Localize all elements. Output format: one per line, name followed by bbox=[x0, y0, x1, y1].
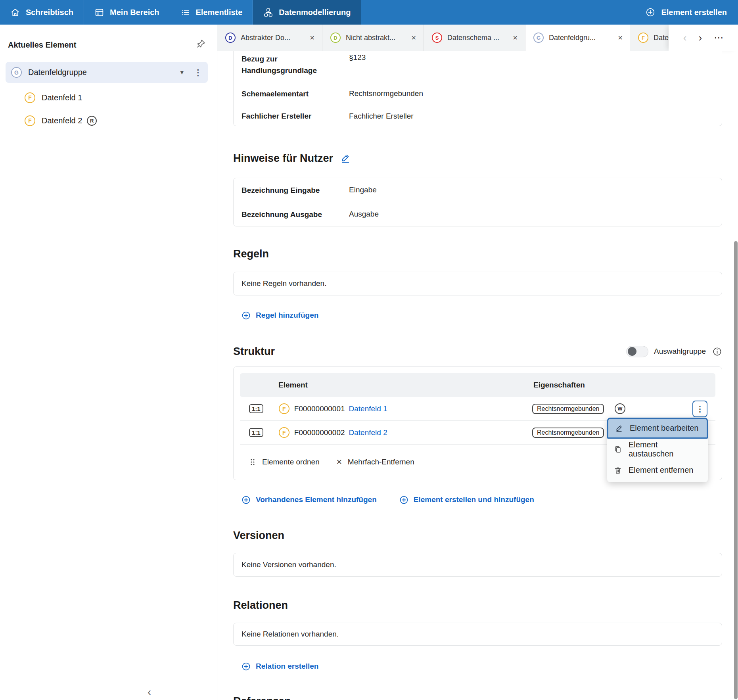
sidebar-item-datenfeld-1[interactable]: F Datenfeld 1 bbox=[0, 86, 217, 109]
element-erstellen-button[interactable]: Element erstellen bbox=[634, 0, 738, 25]
kebab-menu-icon[interactable]: ⋮ bbox=[194, 68, 202, 77]
auswahlgruppe-toggle[interactable] bbox=[626, 346, 648, 357]
detail-row: Bezug zur Handlungsgrundlage §123 bbox=[234, 51, 722, 81]
sidebar-item-label: Datenfeld 1 bbox=[42, 93, 82, 102]
top-navigation: Schreibtisch Mein Bereich Elementliste D… bbox=[0, 0, 738, 25]
chevron-down-icon[interactable]: ▾ bbox=[180, 68, 184, 77]
section-title-referenzen: Referenzen bbox=[233, 694, 291, 700]
sidebar-item-label: Datenfeld 2 bbox=[42, 116, 82, 125]
tab-scroll-left-icon[interactable]: ‹ bbox=[683, 33, 687, 43]
r-status-badge: R bbox=[87, 116, 97, 126]
info-icon[interactable] bbox=[712, 347, 722, 357]
field-letter-icon: F bbox=[25, 115, 35, 126]
stammdaten-box: Bezug zur Handlungsgrundlage §123 Schema… bbox=[233, 51, 722, 126]
detail-row: Bezeichnung Ausgabe Ausgabe bbox=[234, 202, 722, 226]
sidebar-item-datenfeld-2[interactable]: F Datenfeld 2 R bbox=[0, 109, 217, 132]
drag-handle-icon bbox=[249, 458, 257, 466]
menu-item-label: Element entfernen bbox=[629, 466, 693, 475]
table-header: Element Eigenschaften bbox=[240, 373, 715, 397]
tab-label: Abstrakter Do... bbox=[241, 34, 290, 42]
tab-scroll-right-icon[interactable]: › bbox=[699, 33, 702, 43]
detail-label: Schemaelementart bbox=[242, 88, 349, 100]
nav-spacer bbox=[361, 0, 634, 25]
desk-icon bbox=[94, 8, 104, 17]
cardinality-badge: 1:1 bbox=[249, 404, 263, 413]
element-name-link[interactable]: Datenfeld 1 bbox=[349, 405, 387, 413]
detail-content: Bezug zur Handlungsgrundlage §123 Schema… bbox=[217, 51, 738, 700]
row-actions-kebab-button[interactable]: ⋮ bbox=[692, 401, 707, 417]
sidebar-item-label: Datenfeldgruppe bbox=[28, 68, 87, 77]
sidebar-item-datenfeldgruppe[interactable]: G Datenfeldgruppe ▾ ⋮ bbox=[6, 62, 208, 83]
section-title-versionen: Versionen bbox=[233, 529, 284, 542]
vertical-scrollbar[interactable] bbox=[734, 241, 738, 699]
detail-value: Eingabe bbox=[349, 186, 377, 194]
sidebar-collapse-icon[interactable]: ‹ bbox=[148, 686, 151, 698]
relation-erstellen-link[interactable]: Relation erstellen bbox=[241, 662, 318, 671]
sitemap-icon bbox=[263, 8, 273, 17]
table-row: 1:1 F F00000000001 Datenfeld 1 Rechtsnor… bbox=[240, 397, 715, 421]
tab-bar: D Abstrakter Do... ✕ D Nicht abstrakt...… bbox=[217, 25, 738, 51]
sidebar-aktuelles-element: Aktuelles Element G Datenfeldgruppe ▾ ⋮ … bbox=[0, 25, 217, 700]
empty-state-text: Keine Regeln vorhanden. bbox=[242, 279, 326, 288]
toggle-label: Auswahlgruppe bbox=[654, 347, 706, 356]
element-name-link[interactable]: Datenfeld 2 bbox=[349, 428, 387, 437]
nav-item-elementliste[interactable]: Elementliste bbox=[170, 0, 253, 25]
nav-item-datenmodellierung[interactable]: Datenmodellierung bbox=[253, 0, 361, 25]
field-letter-icon: F bbox=[279, 403, 289, 414]
document-letter-icon: D bbox=[330, 33, 341, 43]
plus-circle-icon bbox=[241, 311, 251, 320]
detail-label: Fachlicher Ersteller bbox=[242, 110, 349, 122]
list-icon bbox=[180, 8, 190, 17]
tool-label: Mehrfach-Entfernen bbox=[348, 458, 414, 466]
regel-hinzufuegen-link[interactable]: Regel hinzufügen bbox=[241, 311, 318, 320]
relationen-empty-box: Keine Relationen vorhanden. bbox=[233, 623, 722, 646]
nav-item-label: Mein Bereich bbox=[110, 8, 159, 17]
menu-item-element-austauschen[interactable]: Element austauschen bbox=[607, 439, 708, 460]
section-title-struktur: Struktur bbox=[233, 345, 275, 358]
tab-label: Nicht abstrakt... bbox=[346, 34, 395, 42]
nav-item-mein-bereich[interactable]: Mein Bereich bbox=[84, 0, 170, 25]
menu-item-element-entfernen[interactable]: Element entfernen bbox=[607, 460, 708, 481]
tab-abstrakter-do[interactable]: D Abstrakter Do... ✕ bbox=[217, 25, 322, 51]
close-icon[interactable]: ✕ bbox=[303, 34, 315, 42]
detail-row: Schemaelementart Rechtsnormgebunden bbox=[234, 81, 722, 106]
section-title-relationen: Relationen bbox=[233, 598, 288, 612]
trash-icon bbox=[613, 466, 622, 475]
cardinality-badge: 1:1 bbox=[249, 428, 263, 437]
schema-letter-icon: S bbox=[432, 33, 442, 43]
column-header-element: Element bbox=[278, 381, 533, 389]
elemente-ordnen-button[interactable]: Elemente ordnen bbox=[249, 458, 320, 466]
create-button-label: Element erstellen bbox=[661, 8, 727, 17]
property-badge: Rechtsnormgebunden bbox=[532, 428, 604, 438]
group-letter-icon: G bbox=[11, 67, 22, 78]
tab-datenschema[interactable]: S Datenschema ... ✕ bbox=[424, 25, 525, 51]
close-icon[interactable]: ✕ bbox=[405, 34, 416, 42]
nav-item-schreibtisch[interactable]: Schreibtisch bbox=[0, 0, 84, 25]
versionen-empty-box: Keine Versionen vorhanden. bbox=[233, 553, 722, 577]
nav-item-label: Elementliste bbox=[196, 8, 243, 17]
close-icon[interactable]: ✕ bbox=[611, 34, 623, 42]
detail-label: Bezeichnung Eingabe bbox=[242, 184, 349, 196]
menu-item-element-bearbeiten[interactable]: Element bearbeiten bbox=[607, 418, 708, 439]
tab-nicht-abstrakt[interactable]: D Nicht abstrakt... ✕ bbox=[322, 25, 424, 51]
detail-value: Fachlicher Ersteller bbox=[349, 112, 414, 121]
tab-overflow-icon[interactable]: ⋯ bbox=[714, 33, 724, 42]
section-title-hinweise: Hinweise für Nutzer bbox=[233, 152, 333, 165]
close-icon[interactable]: ✕ bbox=[506, 34, 518, 42]
element-erstellen-und-hinzufuegen-link[interactable]: Element erstellen und hinzufügen bbox=[399, 495, 534, 505]
w-status-badge: W bbox=[615, 403, 625, 414]
tab-datenfeldgruppe-active[interactable]: G Datenfeldgru... ✕ bbox=[525, 25, 630, 51]
plus-circle-icon bbox=[241, 495, 251, 505]
field-letter-icon: F bbox=[25, 92, 35, 103]
add-link-label: Vorhandenes Element hinzufügen bbox=[256, 495, 377, 504]
document-letter-icon: D bbox=[225, 33, 236, 43]
edit-pencil-icon[interactable] bbox=[340, 153, 351, 163]
tab-datenfeld-clipped[interactable]: F Date bbox=[630, 25, 669, 51]
mehrfach-entfernen-button[interactable]: ✕ Mehrfach-Entfernen bbox=[336, 458, 414, 466]
element-id: F00000000001 bbox=[294, 405, 345, 413]
pin-icon[interactable] bbox=[196, 39, 206, 50]
menu-item-label: Element austauschen bbox=[629, 440, 702, 458]
detail-value: Rechtsnormgebunden bbox=[349, 89, 423, 98]
toggle-knob bbox=[628, 347, 636, 356]
vorhandenes-element-hinzufuegen-link[interactable]: Vorhandenes Element hinzufügen bbox=[241, 495, 377, 505]
